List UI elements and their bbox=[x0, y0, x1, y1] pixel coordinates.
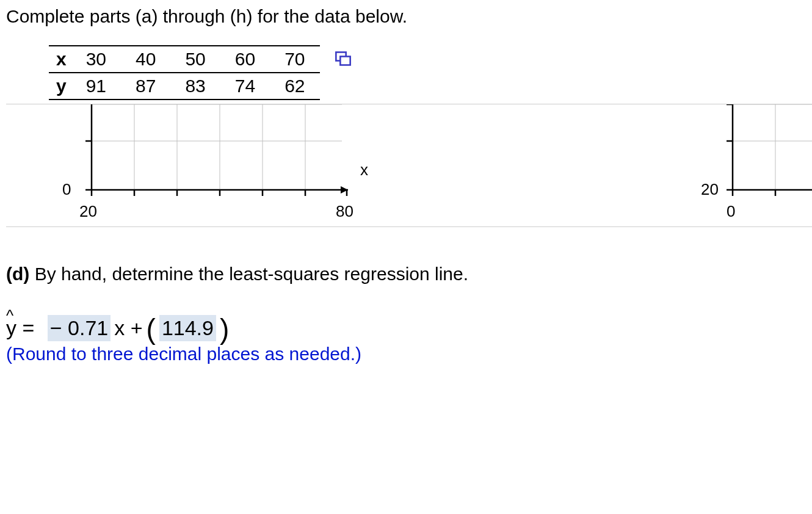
y-tick-20: 20 bbox=[701, 180, 719, 199]
x-cell: 70 bbox=[270, 46, 319, 73]
instruction-text: Complete parts (a) through (h) for the d… bbox=[6, 6, 812, 27]
y-hat-symbol: ^ y = bbox=[6, 316, 34, 340]
y-cell: 87 bbox=[121, 73, 170, 100]
x-cell: 50 bbox=[170, 46, 220, 73]
x-row-label: x bbox=[49, 46, 71, 73]
table-row: y 91 87 83 74 62 bbox=[49, 73, 320, 100]
eq-mid: x + bbox=[114, 316, 142, 340]
intercept-input[interactable]: 114.9 bbox=[159, 315, 216, 341]
part-d-question: By hand, determine the least-squares reg… bbox=[35, 264, 468, 284]
table-row: x 30 40 50 60 70 bbox=[49, 46, 320, 73]
open-paren: ( bbox=[147, 319, 156, 339]
slope-input[interactable]: − 0.71 bbox=[48, 315, 111, 341]
part-d-text: (d) By hand, determine the least-squares… bbox=[6, 264, 812, 284]
svg-rect-1 bbox=[340, 57, 350, 65]
x-tick-20: 20 bbox=[79, 202, 97, 221]
rounding-note: (Round to three decimal places as needed… bbox=[6, 344, 812, 364]
part-d-label: (d) bbox=[6, 264, 29, 284]
close-paren: ) bbox=[220, 319, 229, 339]
chart-right: 20 0 bbox=[653, 104, 812, 226]
chart-left: 0 20 80 x bbox=[6, 104, 372, 226]
y-row-label: y bbox=[49, 73, 71, 100]
x-cell: 60 bbox=[220, 46, 270, 73]
x-cell: 40 bbox=[121, 46, 170, 73]
y-cell: 62 bbox=[270, 73, 319, 100]
x-tick-80: 80 bbox=[336, 202, 353, 221]
y-cell: 91 bbox=[71, 73, 121, 100]
x-cell: 30 bbox=[71, 46, 121, 73]
y-cell: 83 bbox=[170, 73, 220, 100]
data-table-wrap: x 30 40 50 60 70 y 91 87 83 74 62 bbox=[49, 45, 812, 100]
regression-equation: ^ y = − 0.71 x + ( 114.9 ) bbox=[6, 315, 812, 341]
y-tick-0: 0 bbox=[62, 180, 71, 199]
x-tick-0: 0 bbox=[727, 202, 735, 221]
charts-band: 0 20 80 x 20 0 bbox=[6, 104, 812, 227]
y-cell: 74 bbox=[220, 73, 270, 100]
copy-icon[interactable] bbox=[335, 50, 352, 71]
x-axis-label: x bbox=[360, 161, 368, 179]
data-table: x 30 40 50 60 70 y 91 87 83 74 62 bbox=[49, 45, 320, 100]
